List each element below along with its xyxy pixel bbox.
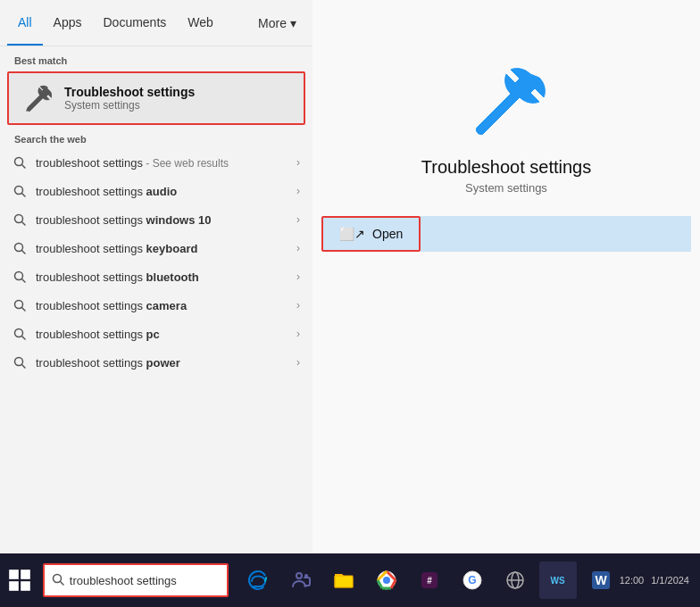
taskbar-slack-icon[interactable]: # (411, 561, 448, 599)
svg-line-11 (22, 308, 26, 312)
svg-line-15 (22, 365, 26, 369)
svg-point-23 (304, 574, 308, 578)
svg-rect-19 (21, 581, 30, 591)
svg-line-7 (22, 251, 26, 254)
taskbar-network-icon[interactable] (496, 561, 534, 599)
taskbar-search-text: troubleshoot settings (70, 574, 177, 587)
right-panel-icon (462, 54, 551, 143)
search-icon-0 (12, 155, 27, 170)
taskbar-google-icon[interactable]: G (454, 561, 491, 599)
windows-start-button[interactable] (4, 561, 36, 599)
web-item-text-0: troubleshoot settings - See web results (36, 156, 288, 170)
web-item-text-5: troubleshoot settings camera (36, 299, 288, 312)
web-item-4[interactable]: troubleshoot settings bluetooth › (0, 262, 312, 291)
web-item-6[interactable]: troubleshoot settings pc › (0, 320, 312, 348)
tab-apps[interactable]: Apps (43, 0, 93, 46)
open-button-row: ⬜↗ Open (321, 216, 691, 252)
web-item-text-1: troubleshoot settings audio (36, 185, 288, 198)
taskbar-icons: # G WS W (239, 561, 620, 599)
chevron-right-icon-3: › (296, 242, 300, 254)
best-match-item[interactable]: Troubleshoot settings System settings (7, 71, 305, 125)
svg-line-13 (22, 337, 26, 340)
svg-line-3 (22, 194, 26, 197)
web-item-text-4: troubleshoot settings bluetooth (36, 270, 288, 284)
tab-all[interactable]: All (7, 0, 43, 46)
taskbar: troubleshoot settings (0, 553, 700, 607)
taskbar-word-icon[interactable]: W (582, 561, 620, 599)
svg-rect-17 (21, 570, 30, 579)
best-match-text: Troubleshoot settings System settings (64, 85, 195, 112)
web-item-7[interactable]: troubleshoot settings power › (0, 348, 312, 377)
search-web-label: Search the web (0, 125, 312, 148)
taskbar-explorer-icon[interactable] (325, 561, 362, 599)
svg-point-25 (383, 577, 390, 584)
web-item-2[interactable]: troubleshoot settings windows 10 › (0, 205, 312, 234)
web-item-1[interactable]: troubleshoot settings audio › (0, 177, 312, 205)
svg-text:#: # (427, 576, 432, 586)
svg-text:G: G (468, 574, 476, 586)
tab-web[interactable]: Web (177, 0, 224, 46)
search-icon-2 (12, 212, 27, 227)
search-icon-4 (12, 270, 27, 284)
best-match-label: Best match (0, 46, 312, 71)
search-icon-6 (12, 327, 27, 341)
svg-rect-18 (9, 581, 19, 591)
chevron-down-icon: ▾ (290, 16, 296, 30)
tab-documents[interactable]: Documents (92, 0, 177, 46)
best-match-title: Troubleshoot settings (64, 85, 195, 99)
best-match-subtitle: System settings (64, 99, 195, 112)
svg-line-1 (22, 165, 26, 169)
web-item-text-6: troubleshoot settings pc (36, 328, 288, 341)
chevron-right-icon-4: › (296, 270, 300, 283)
left-panel: All Apps Documents Web More ▾ Best match… (0, 0, 312, 553)
svg-line-9 (22, 279, 26, 283)
svg-line-5 (22, 222, 26, 226)
tabs-row: All Apps Documents Web More ▾ (0, 0, 312, 46)
taskbar-edge-icon[interactable] (239, 561, 277, 599)
svg-line-21 (60, 581, 63, 585)
right-panel-title: Troubleshoot settings (421, 157, 591, 178)
web-item-text-3: troubleshoot settings keyboard (36, 242, 288, 255)
web-item-0[interactable]: troubleshoot settings - See web results … (0, 148, 312, 177)
svg-point-22 (296, 573, 302, 578)
taskbar-wsxdn-icon[interactable]: WS (539, 561, 577, 599)
web-item-text-7: troubleshoot settings power (36, 356, 288, 370)
web-item-text-2: troubleshoot settings windows 10 (36, 213, 288, 227)
open-window-icon: ⬜↗ (339, 227, 365, 241)
open-button-extension (421, 216, 691, 252)
chevron-right-icon-2: › (296, 213, 300, 226)
chevron-right-icon-0: › (296, 156, 300, 169)
wrench-icon (21, 82, 54, 114)
chevron-right-icon-5: › (296, 299, 300, 312)
taskbar-teams-icon[interactable] (282, 561, 320, 599)
web-item-5[interactable]: troubleshoot settings camera › (0, 291, 312, 320)
search-icon-1 (12, 184, 27, 198)
search-icon-5 (12, 298, 27, 312)
taskbar-search-box[interactable]: troubleshoot settings (43, 563, 229, 597)
open-button[interactable]: ⬜↗ Open (321, 216, 421, 252)
taskbar-chrome-icon[interactable] (368, 561, 405, 599)
taskbar-search-icon (52, 573, 64, 588)
web-item-3[interactable]: troubleshoot settings keyboard › (0, 234, 312, 262)
right-panel-subtitle: System settings (465, 181, 547, 195)
tab-more[interactable]: More ▾ (249, 0, 305, 46)
svg-rect-16 (9, 570, 19, 579)
chevron-right-icon-7: › (296, 356, 300, 369)
right-panel: Troubleshoot settings System settings ⬜↗… (312, 0, 700, 553)
chevron-right-icon-1: › (296, 185, 300, 197)
chevron-right-icon-6: › (296, 328, 300, 340)
search-icon-3 (12, 241, 27, 255)
svg-text:W: W (595, 573, 607, 587)
search-icon-7 (12, 355, 27, 370)
